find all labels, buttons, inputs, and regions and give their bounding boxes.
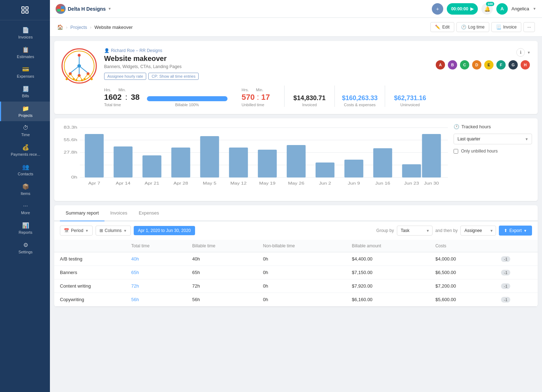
report-table: Total time Billable time Non-billable ti… xyxy=(54,240,538,306)
group-by-select[interactable]: Task xyxy=(397,226,433,236)
svg-text:May 26: May 26 xyxy=(288,181,305,186)
uninvoiced-value: $62,731.16 xyxy=(394,94,426,102)
info-button[interactable]: ℹ xyxy=(516,48,525,57)
log-time-button[interactable]: 🕐 Log time xyxy=(456,22,489,32)
timer-display: 00:00:00 xyxy=(451,6,468,11)
chart-title: 🕐 Tracked hours xyxy=(454,124,532,129)
columns-chevron: ▼ xyxy=(123,229,127,233)
team-avatar-3[interactable]: C xyxy=(459,60,470,70)
row-badge-2: -1 xyxy=(495,279,538,293)
user-name[interactable]: Angelica xyxy=(511,6,529,11)
project-logo xyxy=(61,48,97,84)
team-avatar-7[interactable]: G xyxy=(508,60,518,70)
client-icon: 👤 xyxy=(104,48,109,53)
sidebar-item-projects[interactable]: 📁 Projects xyxy=(0,102,50,121)
notification-button[interactable]: 🔔 100 xyxy=(481,3,493,15)
sidebar-item-settings[interactable]: ⚙ Settings xyxy=(0,238,50,258)
company-logo-area[interactable]: Delta H Designs ▼ xyxy=(56,4,112,14)
bar-chart: 83.3h 55.6h 27.8h 0h Apr 7 Apr 14 Apr xyxy=(60,124,448,195)
team-avatar-2[interactable]: B xyxy=(447,60,458,70)
svg-point-30 xyxy=(81,79,83,81)
row-badge-0: -1 xyxy=(495,252,538,266)
project-client[interactable]: 👤 Richard Roe – RR Designs xyxy=(104,48,428,53)
col-non-billable: Non-billable time xyxy=(257,240,346,252)
hourly-rate-tag[interactable]: Assignee hourly rate xyxy=(104,73,146,80)
stat-divider-3 xyxy=(385,86,385,107)
sidebar-item-more[interactable]: ··· More xyxy=(0,199,50,218)
user-dropdown-icon[interactable]: ▼ xyxy=(533,7,536,11)
then-by-select[interactable]: Assignee xyxy=(460,226,496,236)
columns-button[interactable]: ⊞ Columns ▼ xyxy=(96,226,131,236)
edit-button[interactable]: ✏️ Edit xyxy=(430,22,454,32)
svg-rect-2 xyxy=(22,11,24,13)
more-actions-button[interactable]: ··· xyxy=(523,22,535,32)
sidebar-item-invoices[interactable]: 📄 Invoices xyxy=(0,23,50,43)
sidebar-item-contacts[interactable]: 👥 Contacts xyxy=(0,160,50,180)
sidebar-logo xyxy=(0,0,50,20)
tab-summary-report[interactable]: Summary report xyxy=(60,205,104,221)
then-by-label: and then by xyxy=(435,228,458,233)
svg-rect-46 xyxy=(171,148,190,177)
col-costs: Costs xyxy=(430,240,495,252)
invoiced-value: $14,830.71 xyxy=(293,94,326,102)
time-entries-tag[interactable]: CP: Show all time entries xyxy=(148,73,199,80)
date-range-filter[interactable]: Apr 1, 2020 to Jun 30, 2020 xyxy=(134,226,195,235)
info-dropdown[interactable]: ▼ xyxy=(527,51,531,55)
total-mins: 38 xyxy=(131,93,139,102)
sidebar-item-bills[interactable]: 🧾 Bills xyxy=(0,82,50,102)
unbilled-hours-label[interactable]: Only unbilled hours xyxy=(461,149,498,154)
invoiced-stat: $14,830.71 Invoiced xyxy=(292,94,327,107)
period-button[interactable]: 📅 Period ▼ xyxy=(60,226,93,236)
sidebar-item-expenses[interactable]: 💳 Expenses xyxy=(0,62,50,82)
svg-rect-64 xyxy=(422,134,441,177)
sidebar-item-time[interactable]: ⏱ Time xyxy=(0,121,50,140)
costs-stat: $160,263.33 Costs & expenses xyxy=(342,94,378,107)
project-info: 👤 Richard Roe – RR Designs Website makeo… xyxy=(104,48,428,107)
company-dropdown-icon[interactable]: ▼ xyxy=(108,7,112,11)
tab-expenses[interactable]: Expenses xyxy=(133,205,165,221)
project-name: Website makeover xyxy=(104,55,428,63)
svg-point-29 xyxy=(75,79,77,81)
topbar: Delta H Designs ▼ + 00:00:00 ▶ 🔔 100 A A… xyxy=(50,0,542,18)
sidebar-item-reports[interactable]: 📊 Reports xyxy=(0,218,50,238)
period-select[interactable]: Last quarter xyxy=(454,134,532,144)
content-area: 🏠 › Projects › Website makeover ✏️ Edit … xyxy=(50,18,542,392)
team-avatar-6[interactable]: F xyxy=(496,60,506,70)
export-button[interactable]: ⬆ Export ▼ xyxy=(499,226,532,236)
svg-text:Jun 23: Jun 23 xyxy=(404,181,419,186)
svg-text:55.6h: 55.6h xyxy=(63,138,77,142)
row-name-3: Copywriting xyxy=(54,293,126,306)
row-badge-1: -1 xyxy=(495,266,538,279)
row-costs-1: $6,500.00 xyxy=(430,266,495,279)
projects-breadcrumb[interactable]: Projects xyxy=(70,25,87,30)
sidebar-item-payments[interactable]: 💰 Payments rece... xyxy=(0,140,50,160)
svg-rect-40 xyxy=(85,134,104,177)
team-avatar-4[interactable]: D xyxy=(471,60,482,70)
avatar: A xyxy=(496,3,508,15)
col-billable-amount: Billable amount xyxy=(346,240,430,252)
sidebar-item-items[interactable]: 📦 Items xyxy=(0,180,50,199)
svg-rect-58 xyxy=(344,160,363,177)
unbilled-checkbox[interactable] xyxy=(454,149,458,154)
row-amount-1: $7,150.00 xyxy=(346,266,430,279)
timer-button[interactable]: 00:00:00 ▶ xyxy=(447,3,478,15)
row-costs-3: $5,600.00 xyxy=(430,293,495,306)
sidebar-item-estimates[interactable]: 📋 Estimates xyxy=(0,43,50,62)
svg-point-22 xyxy=(73,78,75,80)
company-name: Delta H Designs xyxy=(68,6,106,12)
team-avatar-5[interactable]: E xyxy=(484,60,494,70)
invoice-button[interactable]: 📃 Invoice xyxy=(491,22,521,32)
svg-rect-56 xyxy=(316,163,334,177)
row-nonbillable-2: 0h xyxy=(257,279,346,293)
reports-icon: 📊 xyxy=(22,222,29,229)
row-billable-1: 65h xyxy=(186,266,257,279)
team-avatars: A B C D E F G H xyxy=(435,60,531,70)
billable-pct-label: Billable 100% xyxy=(147,103,227,107)
team-avatar-1[interactable]: A xyxy=(435,60,446,70)
time-icon: ⏱ xyxy=(23,125,29,131)
row-total-2: 72h xyxy=(126,279,186,293)
tab-invoices[interactable]: Invoices xyxy=(104,205,133,221)
team-avatar-8[interactable]: H xyxy=(520,60,531,70)
add-button[interactable]: + xyxy=(432,3,443,15)
home-breadcrumb[interactable]: 🏠 xyxy=(57,24,63,30)
